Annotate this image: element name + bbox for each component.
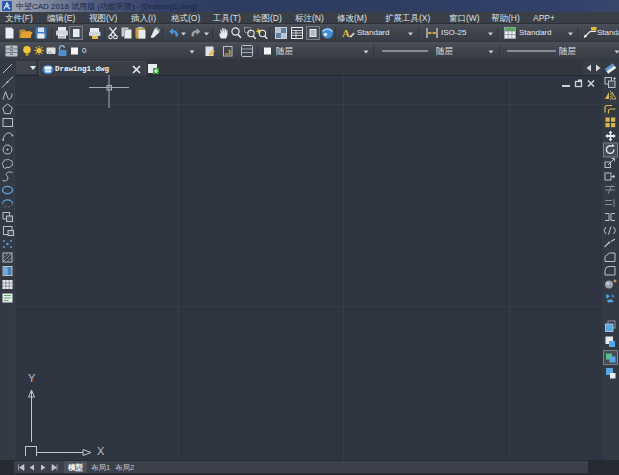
svg-text:Y: Y <box>28 372 36 384</box>
svg-text:A: A <box>342 27 350 39</box>
svg-text:X: X <box>97 445 105 456</box>
